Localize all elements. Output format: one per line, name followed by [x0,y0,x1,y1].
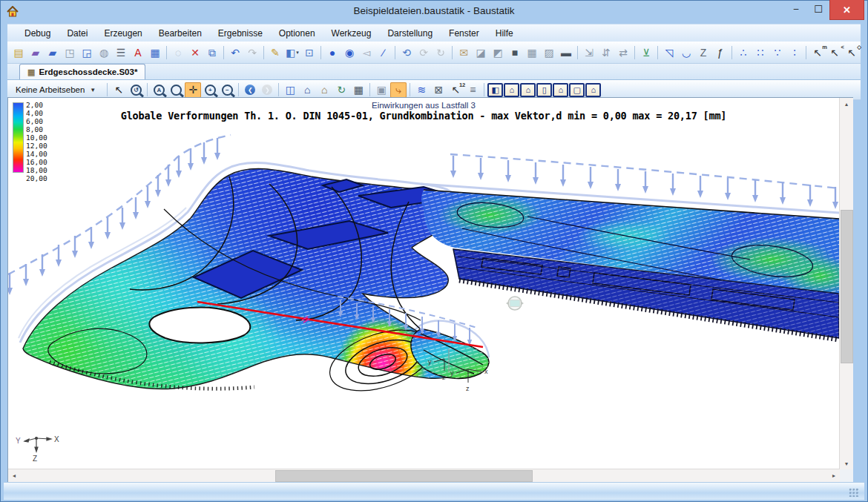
pan[interactable]: ✛ [185,82,201,98]
maximize-button[interactable]: ☐ [807,0,829,18]
slab-pick[interactable]: ▬ [558,44,574,60]
snapshot[interactable]: ▣ [373,82,389,98]
spring-pick[interactable]: ⊻ [638,44,654,60]
nodes-a[interactable]: ∴ [735,44,752,60]
redo[interactable]: ↷ [244,44,260,60]
menu-item-datei[interactable]: Datei [59,24,96,42]
node-pick[interactable]: ◉ [341,44,358,60]
load-z[interactable]: Z [695,44,711,60]
support-a[interactable]: ⇲ [581,44,597,60]
menu-item-werkzeug[interactable]: Werkzeug [323,24,380,42]
pick-m[interactable]: ↖m [809,44,826,60]
rotate-pick[interactable]: ⟲ [398,44,415,60]
send-to-window[interactable]: ⊡ [301,44,318,60]
function[interactable]: ƒ [712,44,729,60]
zoom-in[interactable]: + [202,82,218,98]
document-tab[interactable]: ▦ Erdgeschossdecke.S03* [19,64,145,79]
vertical-scrollbar[interactable]: ▴ ▾ [839,98,853,469]
print[interactable]: ☰ [113,44,129,60]
pick-angle[interactable]: ↖< [826,44,843,60]
node[interactable]: ● [324,44,341,60]
framed-view-roof[interactable]: ⌂ [520,83,536,97]
support-b[interactable]: ⇵ [598,44,614,60]
fem-model-view[interactable]: y z y x z Y X Z [8,98,839,469]
minimize-button[interactable]: – [785,0,807,18]
copy[interactable]: ⧉ [204,44,220,60]
rotate-x[interactable]: ⟳ [415,44,432,60]
zoom-out[interactable]: − [219,82,235,98]
framed-view-door[interactable]: ▯ [536,83,552,97]
influence-waves[interactable]: ≋ [413,82,430,98]
menu-item-darstellung[interactable]: Darstellung [379,24,441,42]
zoom-all[interactable]: A [151,82,167,98]
view-next[interactable]: ❯ [259,82,275,98]
animation-path[interactable]: ⤷ [390,82,407,98]
spin-view[interactable]: ↻ [333,82,349,98]
menu-item-fenster[interactable]: Fenster [441,24,487,42]
print-preview[interactable]: ◲ [79,44,95,60]
menu-item-optionen[interactable]: Optionen [271,24,323,42]
save[interactable]: ▰ [45,44,61,60]
menu-item-debug[interactable]: Debug [16,24,59,42]
lasso-select[interactable]: ◌ [170,44,186,60]
undo[interactable]: ↶ [227,44,243,60]
edit-properties[interactable]: ✎ [267,44,283,60]
pointer[interactable]: ↖ [111,82,127,98]
load-span[interactable]: ◹ [661,44,677,60]
pick-diamond[interactable]: ↖◇ [844,44,860,60]
rotate-z[interactable]: ↻ [433,44,449,60]
nodes-d[interactable]: ∶ [786,44,803,60]
framed-view-home[interactable]: ⌂ [585,83,601,97]
framed-view-blank[interactable]: ▢ [569,83,585,97]
dimension-values[interactable]: ≡ [464,82,481,98]
close-button[interactable]: ✕ [829,0,864,20]
pick-dimensions[interactable]: ↖12 [447,82,464,98]
orbit-pick[interactable]: ↺ [128,82,144,98]
page-preview[interactable]: ◍ [96,44,112,60]
load-curve[interactable]: ◡ [678,44,694,60]
workplane-dropdown[interactable]: Keine Arbeitseben ▼ [10,82,101,97]
new-document[interactable]: ▤ [10,44,27,60]
export-drawing[interactable]: ◳ [62,44,78,60]
menu-item-erzeugen[interactable]: Erzeugen [96,24,150,42]
scroll-left-button[interactable]: ◂ [8,469,20,481]
scroll-right-button[interactable]: ▸ [828,469,840,481]
solid-pick[interactable]: ■ [507,44,523,60]
nodes-b-glyph: ∷ [757,47,764,58]
front-view[interactable]: ⌂ [316,82,332,98]
opening-pick[interactable]: ▦ [524,44,540,60]
vertical-scroll-thumb[interactable] [841,210,853,363]
horizontal-scrollbar[interactable]: ◂ ▸ [8,469,840,482]
export-pdf[interactable]: A [130,44,146,60]
delete[interactable]: ✕ [187,44,203,60]
support-c[interactable]: ⇄ [615,44,631,60]
display-off[interactable]: ⊠ [430,82,447,98]
resize-grip-icon[interactable] [849,488,859,497]
framed-view-shed[interactable]: ⌂ [553,83,568,97]
drawing-canvas[interactable]: 2,004,006,008,0010,0012,0014,0016,0018,0… [7,97,853,482]
zoom-window[interactable] [168,82,184,98]
framed-view-house[interactable]: ⌂ [504,83,519,97]
grid[interactable]: ▦ [350,82,366,98]
surface-pick[interactable]: ✉ [456,44,472,60]
menu-item-ergebnisse[interactable]: Ergebnisse [210,24,271,42]
nodes-b[interactable]: ∷ [752,44,769,60]
export-image[interactable]: ▦ [147,44,163,60]
framed-view-shaded[interactable]: ◧ [487,83,503,97]
border-pick[interactable]: ◪ [473,44,489,60]
scroll-up-button[interactable]: ▴ [840,98,853,110]
view-previous[interactable]: ❮ [242,82,258,98]
horizontal-scroll-thumb[interactable] [275,470,533,482]
line-pick[interactable]: ∕ [375,44,392,60]
render-solid[interactable]: ◫ [282,82,298,98]
menu-item-bearbeiten[interactable]: Bearbeiten [151,24,210,42]
open-file[interactable]: ▰ [27,44,44,60]
mirror-pick[interactable]: ◅ [358,44,375,60]
iso-view[interactable]: ⌂ [299,82,315,98]
mesh-pick[interactable]: ▨ [541,44,557,60]
view-manager[interactable]: ◧▾ [284,44,300,60]
nodes-c[interactable]: ∵ [769,44,786,60]
menu-item-hilfe[interactable]: Hilfe [487,24,522,42]
scroll-down-button[interactable]: ▾ [840,458,853,469]
section-pick[interactable]: ◩ [490,44,506,60]
